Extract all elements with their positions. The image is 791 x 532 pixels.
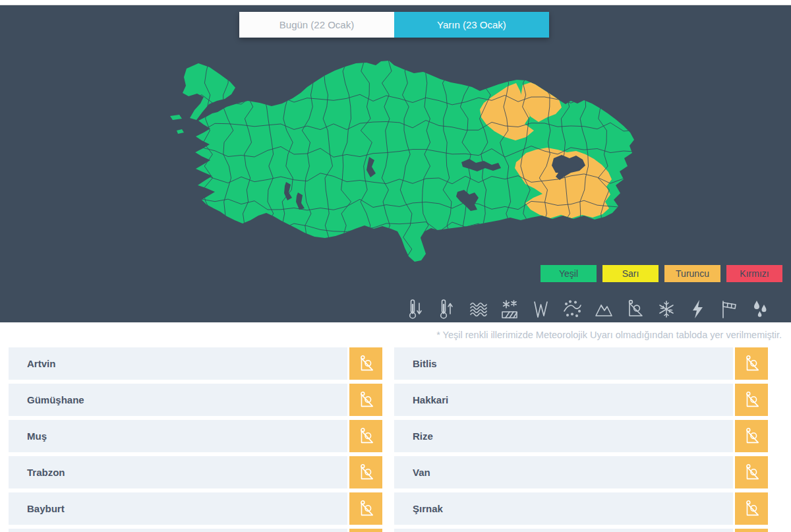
low-temperature-icon — [406, 298, 426, 320]
table-row[interactable]: Bitlis — [394, 347, 768, 380]
landslide-icon — [594, 298, 614, 320]
weather-warning-page: Bugün (22 Ocak) Yarın (23 Ocak) Yeşil Sa… — [0, 0, 791, 532]
province-name: Rize — [394, 420, 733, 452]
avalanche-warning-button[interactable] — [349, 492, 382, 525]
province-name: Bitlis — [394, 347, 733, 380]
blowing-snow-icon — [562, 298, 582, 320]
table-row[interactable]: Van — [394, 456, 768, 488]
strong-wind-icon — [719, 298, 739, 320]
snow-icon — [657, 298, 676, 320]
avalanche-warning-button[interactable] — [735, 456, 768, 488]
top-strip — [0, 0, 791, 5]
province-name: Hakkari — [394, 384, 733, 416]
avalanche-warning-button[interactable] — [349, 384, 382, 416]
day-tab-bar: Bugün (22 Ocak) Yarın (23 Ocak) — [239, 12, 549, 38]
table-row[interactable]: Bayburt — [9, 492, 382, 525]
avalanche-icon — [625, 298, 645, 320]
thunderstorm-icon — [688, 298, 707, 320]
legend-orange: Turuncu — [664, 265, 720, 282]
province-name: Muş — [9, 420, 347, 452]
rough-sea-icon — [469, 298, 488, 320]
table-row[interactable]: Şırnak — [394, 492, 768, 525]
legend-red: Kırmızı — [726, 265, 782, 282]
hazard-icon-strip — [406, 297, 770, 322]
avalanche-warning-button[interactable] — [349, 420, 382, 452]
legend-green: Yeşil — [541, 265, 597, 282]
tab-yarin[interactable]: Yarın (23 Ocak) — [394, 12, 549, 38]
map-note: * Yeşil renkli illerimizde Meteorolojik … — [436, 330, 782, 340]
icing-icon — [531, 298, 551, 320]
legend-yellow: Sarı — [602, 265, 659, 282]
table-row[interactable]: Rize — [394, 420, 768, 452]
avalanche-warning-button[interactable] — [735, 384, 768, 416]
avalanche-warning-button[interactable] — [735, 347, 768, 380]
avalanche-warning-button[interactable] — [735, 492, 768, 525]
avalanche-warning-button[interactable] — [349, 347, 382, 380]
table-row-partial — [394, 529, 768, 532]
table-row[interactable]: Muş — [9, 420, 382, 452]
map-panel: Bugün (22 Ocak) Yarın (23 Ocak) Yeşil Sa… — [0, 5, 791, 322]
high-temperature-icon — [437, 298, 457, 320]
avalanche-warning-button[interactable] — [349, 456, 382, 488]
avalanche-warning-button[interactable] — [735, 420, 768, 452]
table-row[interactable]: Artvin — [9, 347, 382, 380]
province-name: Trabzon — [9, 456, 347, 488]
tab-bugun[interactable]: Bugün (22 Ocak) — [239, 12, 394, 38]
province-name: Şırnak — [394, 492, 733, 525]
province-name: Gümüşhane — [9, 384, 347, 416]
heavy-rain-icon — [750, 298, 770, 320]
agricultural-frost-icon — [500, 298, 519, 320]
table-row[interactable]: Hakkari — [394, 384, 768, 416]
warning-level-legend: Yeşil Sarı Turuncu Kırmızı — [541, 265, 782, 282]
province-name: Van — [394, 456, 733, 488]
table-row-partial — [9, 529, 382, 532]
table-row[interactable]: Gümüşhane — [9, 384, 382, 416]
table-row[interactable]: Trabzon — [9, 456, 382, 488]
province-name: Bayburt — [9, 492, 347, 525]
province-name: Artvin — [9, 347, 347, 380]
